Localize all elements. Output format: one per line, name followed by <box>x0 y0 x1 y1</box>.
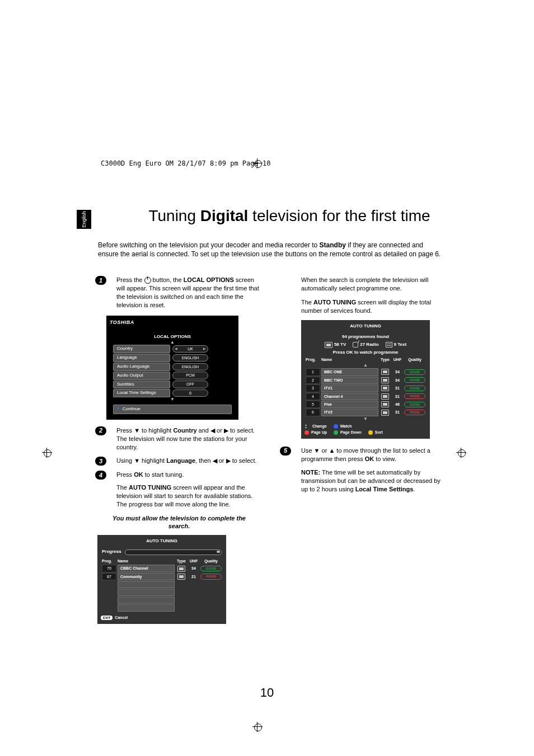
local-options-osd: TOSHIBA LOCAL OPTIONS ▲ CountryUKLanguag… <box>106 316 238 420</box>
tv-icon <box>325 342 332 348</box>
exit-button[interactable]: EXIT <box>101 616 113 620</box>
tv-type-icon <box>381 401 389 407</box>
step-badge-1: 1 <box>95 276 106 285</box>
tv-type-icon <box>381 369 389 375</box>
text-icon <box>386 342 392 348</box>
step-badge-4: 4 <box>95 471 106 480</box>
table-row[interactable]: 4Channel 431POOR <box>306 393 425 400</box>
local-option-label: Audio Output <box>113 372 170 380</box>
prompt-line: Press OK to watch programme <box>305 350 427 356</box>
step-badge-3: 3 <box>95 457 106 466</box>
auto-tuning-search-osd: AUTO TUNING Progress Prog. Name Type UHF… <box>97 535 226 623</box>
local-option-value: ENGLISH <box>172 363 208 370</box>
print-header-note: C3000D Eng Euro OM 28/1/07 8:09 pm Page … <box>101 159 270 167</box>
table-row <box>102 589 222 596</box>
local-option-row[interactable]: Audio LanguageENGLISH <box>113 363 232 371</box>
local-option-label: Subtitles <box>113 381 170 389</box>
progress-row: Progress <box>102 549 222 555</box>
tv-type-icon <box>381 385 389 391</box>
local-option-value: ENGLISH <box>172 354 208 361</box>
page-title: Tuning Digital television for the first … <box>112 207 467 225</box>
left-column: 1 Press the button, the LOCAL OPTIONS sc… <box>95 276 263 624</box>
tri-up-icon: ▲ <box>305 363 427 368</box>
blue-dot-icon <box>334 424 338 429</box>
local-option-value: OFF <box>172 381 208 388</box>
tv-type-icon <box>381 377 389 383</box>
local-option-value: UK <box>172 345 208 353</box>
local-option-label: Language <box>113 354 170 362</box>
auto-tuning-results-osd: AUTO TUNING 94 programmes found 58 TV 27… <box>301 320 430 438</box>
power-icon <box>144 277 151 284</box>
auto-search-header: Prog. Name Type UHF Quality <box>102 558 222 564</box>
cancel-label: Cancel <box>115 615 128 620</box>
yellow-dot-icon <box>368 430 373 435</box>
auto-done-header: Prog. Name Type UHF Quality <box>306 357 425 362</box>
registration-mark-right <box>456 448 466 458</box>
progress-bar <box>125 550 222 555</box>
right-para-2: The AUTO TUNING screen will display the … <box>280 298 448 315</box>
table-row[interactable]: 1BBC ONE34GOOD <box>306 368 425 375</box>
tv-type-icon <box>381 410 389 416</box>
osd-continue-label: Continue <box>123 406 140 411</box>
green-dot-icon <box>334 430 338 435</box>
red-dot-icon <box>305 430 309 435</box>
tv-type-icon <box>177 566 185 572</box>
step-badge-5: 5 <box>280 447 291 456</box>
auto-search-footer: EXIT Cancel <box>101 615 223 620</box>
auto-title: AUTO TUNING <box>101 538 223 544</box>
table-row <box>102 604 222 612</box>
local-option-label: Local Time Settings <box>113 389 170 397</box>
tv-type-icon <box>177 574 185 580</box>
table-row[interactable]: 87Community21POOR <box>102 573 222 580</box>
table-row[interactable]: 70CBBC Channel34GOOD <box>102 565 222 572</box>
language-tab: English <box>77 210 91 229</box>
local-option-value: 0 <box>172 389 208 397</box>
search-warning: You must allow the television to complet… <box>105 514 253 531</box>
counts-row: 58 TV 27 Radio 9 Text <box>305 342 427 348</box>
table-row <box>102 581 222 588</box>
registration-mark-bottom <box>252 722 263 732</box>
print-header-text: C3000D Eng Euro OM 28/1/07 8:09 pm Page … <box>101 159 270 167</box>
table-row[interactable]: 5Five48GOOD <box>306 401 425 408</box>
updown-icon <box>305 424 310 429</box>
step-4: 4 Press OK to start tuning. The AUTO TUN… <box>95 471 263 508</box>
local-option-value: PCM <box>172 372 208 379</box>
osd-tri-down-icon: ▼ <box>110 398 235 401</box>
table-row[interactable]: 2BBC TWO34GOOD <box>306 377 425 384</box>
auto-title: AUTO TUNING <box>305 323 427 330</box>
table-row <box>102 597 222 604</box>
tv-type-icon <box>381 393 389 400</box>
local-option-row[interactable]: Audio OutputPCM <box>113 372 232 380</box>
step-3: 3 Using ▼ highlight Language, then ◀ or … <box>95 457 263 465</box>
table-row[interactable]: 6ITV231POOR <box>306 408 425 416</box>
tri-down-icon: ▼ <box>305 417 427 421</box>
registration-mark-left <box>42 448 52 458</box>
step-1: 1 Press the button, the LOCAL OPTIONS sc… <box>95 276 263 309</box>
note-paragraph: NOTE: The time will be set automatically… <box>280 468 448 494</box>
local-option-row[interactable]: Local Time Settings0 <box>113 389 232 397</box>
local-option-row[interactable]: SubtitlesOFF <box>113 381 232 389</box>
programmes-found: 94 programmes found <box>305 334 427 340</box>
osd-brand: TOSHIBA <box>110 319 235 326</box>
local-option-label: Country <box>113 345 170 353</box>
step-badge-2: 2 <box>95 426 106 435</box>
osd-tri-up-icon: ▲ <box>110 341 235 344</box>
local-option-row[interactable]: CountryUK <box>113 345 232 353</box>
table-row[interactable]: 3ITV131GOOD <box>306 384 425 392</box>
language-tab-label: English <box>81 211 87 228</box>
step-5: 5 Use ▼ or ▲ to move through the list to… <box>280 447 448 463</box>
intro-paragraph: Before switching on the television put y… <box>98 241 445 259</box>
right-para-1: When the search is complete the televisi… <box>280 276 448 293</box>
local-option-row[interactable]: LanguageENGLISH <box>113 354 232 362</box>
results-legend: Change Watch Page Up Page Down Sort <box>305 424 427 435</box>
step-2: 2 Press ▼ to highlight Country and ◀ or … <box>95 426 263 452</box>
right-column: When the search is complete the televisi… <box>280 276 448 499</box>
page-number: 10 <box>0 685 534 700</box>
radio-icon <box>353 342 358 348</box>
osd-continue-row[interactable]: Continue <box>113 405 232 414</box>
local-option-label: Audio Language <box>113 363 170 371</box>
osd-title: LOCAL OPTIONS <box>110 334 235 340</box>
progress-label: Progress <box>102 549 121 555</box>
